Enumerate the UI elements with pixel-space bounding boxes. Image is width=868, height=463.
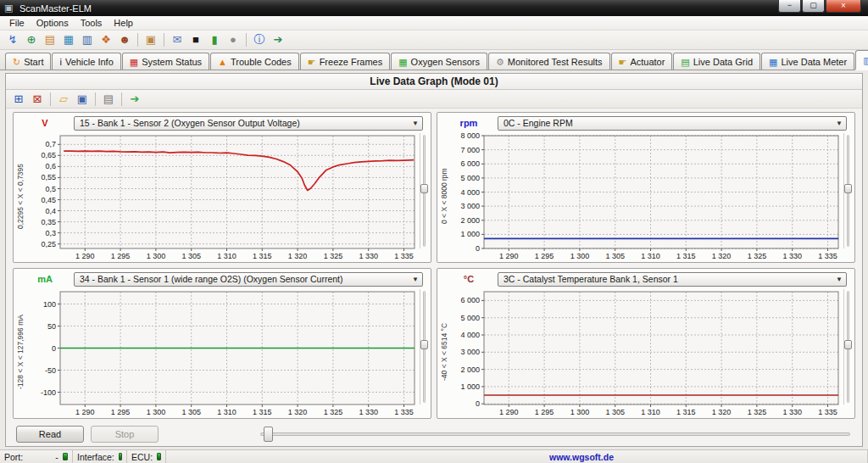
port-status-segment: Port: - [0,450,73,463]
pid-select[interactable]: 15 - Bank 1 - Sensor 2 (Oxygen Sensor Ou… [74,116,423,131]
interface-status-segment: Interface: [73,450,127,463]
exit-icon[interactable]: ➔ [270,32,287,47]
gear-icon: ⚙ [496,57,504,67]
chart-view-icon[interactable]: ▥ [79,32,96,47]
toolbar-separator [246,33,247,47]
y-tick-label: 50 [47,322,56,331]
vehicle-info-icon: i [59,57,61,67]
y-tick-label: 4 000 [460,188,480,197]
y-range-label: -40 < X < 6514 °C [440,287,450,416]
data-grid-icon: ▤ [681,57,689,67]
tab-system-status[interactable]: ▦System Status [122,53,209,70]
print-icon[interactable]: ▤ [100,92,117,107]
x-tick-label: 1 305 [605,252,625,260]
pid-select[interactable]: 34 - Bank 1 - Sensor 1 (wide range O2S) … [74,272,423,287]
tab-vehicle-info[interactable]: iVehicle Info [52,53,120,70]
maximize-button[interactable]: ▢ [802,0,825,13]
remove-graph-icon[interactable]: ⊠ [29,92,46,107]
x-tick-label: 1 315 [676,252,696,260]
y-tick-label: 0,25 [41,240,56,248]
pid-select[interactable]: 0C - Engine RPM ▼ [498,116,847,131]
menu-tools[interactable]: Tools [75,17,108,29]
y-tick-label: 5 000 [460,314,480,322]
y-tick-label: 0,65 [41,151,56,159]
data-graph-icon: ▥ [863,55,868,65]
slider-track [260,432,850,436]
record-icon[interactable]: ● [225,32,242,47]
vertical-zoom-slider[interactable] [420,133,428,248]
tab-monitored-test-results[interactable]: ⚙Monitored Test Results [488,53,610,70]
menu-options[interactable]: Options [31,17,75,29]
tab-live-data-graph[interactable]: ▥Live Data Graph [855,50,868,70]
unit-label: °C [440,274,498,284]
current-chart: 100500-50-1001 2901 2951 3001 3051 3101 … [26,287,419,416]
save-icon[interactable]: ▣ [74,92,91,107]
status-bar: Port: - Interface: ECU: www.wgsoft.de [0,449,868,463]
export-icon[interactable]: ➔ [126,92,143,107]
y-tick-label: 1 000 [460,230,480,238]
tab-label: Trouble Codes [231,57,292,67]
comment-icon[interactable]: ✉ [169,32,186,47]
tab-live-data-meter[interactable]: ▦Live Data Meter [761,53,854,70]
info-icon[interactable]: ⓘ [251,32,268,47]
vertical-zoom-slider[interactable] [843,289,852,404]
add-graph-icon[interactable]: ⊞ [10,92,27,107]
history-scroll-slider[interactable] [260,430,850,438]
pid-select[interactable]: 3C - Catalyst Temperature Bank 1, Sensor… [498,272,847,287]
freeze-frames-icon: ☛ [308,57,316,67]
slider-thumb[interactable] [264,427,273,442]
x-tick-label: 1 305 [181,408,201,416]
x-tick-label: 1 300 [570,408,590,416]
y-tick-label: 0,4 [45,207,56,215]
terminal-icon[interactable]: ■ [187,32,204,47]
report-icon[interactable]: ▤ [42,32,58,47]
menu-file[interactable]: File [3,17,31,29]
paste-icon[interactable]: ▣ [142,32,159,47]
y-tick-label: 7 000 [460,146,480,154]
tab-oxygen-sensors[interactable]: ▦Oxygen Sensors [391,53,487,70]
tab-start[interactable]: ↻Start [5,53,51,70]
graph-panel-voltage: V 15 - Bank 1 - Sensor 2 (Oxygen Sensor … [13,112,431,263]
y-tick-label: 0 [476,399,480,408]
read-button[interactable]: Read [16,426,84,443]
tab-label: System Status [142,57,202,67]
y-tick-label: 0 [476,244,480,253]
toolbar-separator [95,92,96,106]
minimize-button[interactable]: − [778,0,801,13]
close-button[interactable]: × [826,0,861,13]
x-tick-label: 1 330 [359,252,378,260]
x-tick-label: 1 295 [111,408,131,416]
open-folder-icon[interactable]: ▱ [55,92,72,107]
y-range-label: 0,2295 < X < 0,7395 [16,131,26,260]
menu-help[interactable]: Help [108,17,139,29]
grid-view-icon[interactable]: ▦ [60,32,77,47]
unit-label: rpm [440,118,498,128]
tab-trouble-codes[interactable]: ▲Trouble Codes [210,53,299,70]
connect-plug-icon[interactable]: ↯ [4,32,21,47]
y-tick-label: 3 000 [460,202,480,210]
data-meter-icon: ▦ [769,57,777,67]
y-tick-label: 0,3 [45,229,56,237]
y-tick-label: 8 000 [460,131,480,140]
chevron-down-icon: ▼ [409,276,422,283]
globe-icon[interactable]: ⊕ [23,32,40,47]
user-icon[interactable]: ☻ [116,32,133,47]
battery-icon[interactable]: ▮ [206,32,223,47]
x-tick-label: 1 330 [782,252,802,260]
windows-icon[interactable]: ❖ [97,32,114,47]
port-value: - [55,452,58,462]
y-tick-label: 1 000 [460,382,480,391]
tab-label: Freeze Frames [320,57,383,67]
vertical-zoom-slider[interactable] [843,133,852,248]
stop-button[interactable]: Stop [91,426,159,443]
vertical-zoom-slider[interactable] [420,289,428,404]
tab-live-data-grid[interactable]: ▤Live Data Grid [673,53,760,70]
chevron-down-icon: ▼ [832,120,846,127]
voltage-chart: 0,70,650,60,550,50,450,40,350,30,251 290… [26,131,419,260]
x-tick-label: 1 295 [535,252,554,260]
wgsoft-link[interactable]: www.wgsoft.de [549,452,614,462]
tab-freeze-frames[interactable]: ☛Freeze Frames [300,53,390,70]
system-status-icon: ▦ [130,57,138,67]
x-tick-label: 1 310 [217,252,236,260]
tab-actuator[interactable]: ☛Actuator [611,53,673,70]
